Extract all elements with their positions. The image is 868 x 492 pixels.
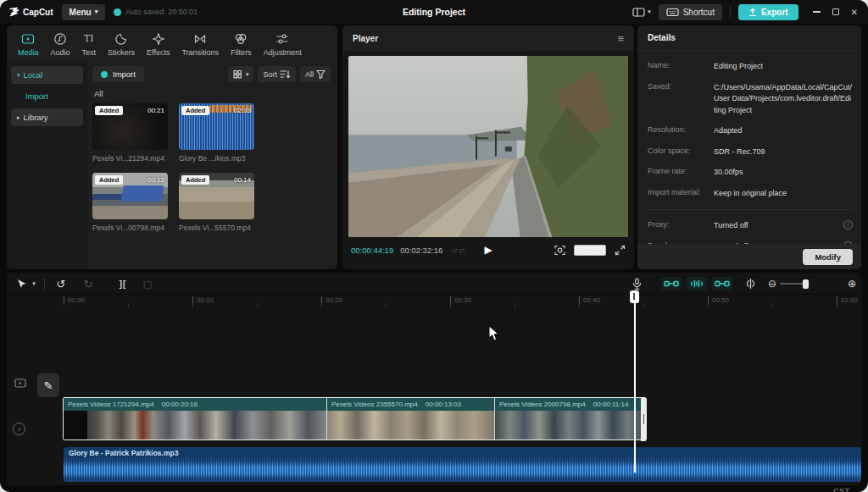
undo-icon: ↺ [57,278,66,290]
tab-stickers[interactable]: Stickers [102,30,141,58]
video-clip-2[interactable]: Pexels Videos 2355570.mp4 00:00:13:03 [326,398,494,439]
grid-view-icon [233,69,243,79]
menu-button[interactable]: Menu ▾ [62,4,106,20]
media-item-video-2[interactable]: Added 00:12 Pexels Vi...00798.mp4 [92,173,168,232]
sidebar-item-import[interactable]: Import [11,87,83,105]
tab-media[interactable]: Media [12,30,45,58]
sidebar-item-label: Import [25,91,48,101]
autosave-dot-icon [114,8,121,16]
magnetic-snap-toggle[interactable] [661,277,682,290]
timeline-toolbar: ▾ ↺ ↻ ][ ▢ ⊖ ⊕ [7,273,861,295]
audio-track-toggle[interactable]: ♪ [13,423,25,435]
detail-row-proxy: Proxy: Turned off i [648,220,853,232]
player-panel: Player ≡ [342,25,634,269]
detail-value: Editing Project [714,61,853,73]
media-item-video-3[interactable]: Added 00:14 Pexels Vi...55570.mp4 [179,173,254,232]
undo-button[interactable]: ↺ [53,273,70,295]
edit-track-button[interactable]: ✎ [37,373,59,397]
sort-button[interactable]: Sort [258,66,296,82]
preview-focus-button[interactable] [554,245,565,256]
tab-transitions[interactable]: Transitions [175,30,225,58]
media-item-name: Glory Be ...ikios.mp3 [179,154,254,163]
tab-audio[interactable]: Audio [45,30,76,58]
zoom-fit-button[interactable]: ⊕ [844,273,860,295]
media-item-audio[interactable]: Added 02:33 Glory Be ...ikios.mp3 [179,103,254,163]
fullscreen-button[interactable] [615,245,626,256]
video-preview[interactable] [348,56,628,237]
clip-name: Pexels Videos 1721294.mp4 [68,401,154,408]
video-clip-3[interactable]: Pexels Videos 2000798.mp4 00:00:11:14 [494,398,643,439]
autosave-status: Auto saved: 20:50:01 [114,8,198,16]
ruler-tick: 00:10 [192,296,214,305]
music-note-icon: ♪ [13,423,25,435]
zoom-slider-handle[interactable] [803,279,809,289]
ruler-tick: 00:00 [64,296,85,305]
original-ratio-button[interactable]: Original [574,245,606,256]
play-button[interactable]: ▶ [484,244,492,256]
video-track-toggle[interactable] [14,377,27,389]
clip-header: Pexels Videos 2000798.mp4 00:00:11:14 [495,398,643,411]
select-tool-button[interactable] [14,273,29,295]
clip-filmstrip [64,411,326,439]
info-icon[interactable]: i [843,220,853,229]
view-mode-button[interactable]: ▾ [228,66,254,82]
export-button[interactable]: Export [738,4,798,20]
waveform-envelope [64,458,861,482]
current-timecode[interactable]: 00:00:44:19 [351,246,393,255]
audio-track-clip[interactable]: Glory Be - Patrick Patrikios.mp3 [64,447,861,482]
tab-label: Adjustment [264,48,302,57]
link-clips-icon [715,279,730,288]
media-item-video-1[interactable]: Added 00:21 Pexels Vi...21294.mp4 [92,103,168,163]
auto-ripple-toggle[interactable] [712,277,732,290]
fullscreen-icon [615,245,626,256]
focus-icon [554,245,565,256]
sidebar-item-local[interactable]: ▾ Local [11,66,83,84]
zoom-out-button[interactable]: ⊖ [765,273,780,295]
tab-label: Media [18,48,39,57]
menu-label: Menu [70,8,92,17]
ruler-tick: 00:30 [450,296,471,305]
close-icon[interactable]: ✕ [851,8,858,17]
video-track-clip-group[interactable]: Pexels Videos 1721294.mp4 00:00:20:16 Pe… [64,398,643,439]
audio-clip-header: Glory Be - Patrick Patrikios.mp3 [64,447,861,458]
microphone-icon [632,278,643,290]
tab-filters[interactable]: Filters [225,30,258,58]
redo-button[interactable]: ↻ [80,273,97,295]
detail-value: Adapted [714,125,853,137]
select-tool-dropdown[interactable]: ▾ [29,273,39,295]
import-button[interactable]: Import [92,66,144,82]
delete-button[interactable]: ▢ [139,273,156,295]
layout-toggle-button[interactable]: ▾ [632,7,651,18]
tab-effects[interactable]: Effects [141,30,175,58]
maximize-icon[interactable] [832,8,839,15]
video-clip-1[interactable]: Pexels Videos 1721294.mp4 00:00:20:16 [64,398,326,439]
detail-label: Saved: [648,82,714,91]
divider [730,6,731,18]
clip-duration: 00:00:13:03 [426,401,461,408]
tab-text[interactable]: TI Text [76,30,103,58]
media-icon [21,32,35,46]
playhead-handle[interactable] [630,290,639,303]
adjustment-icon [275,32,289,46]
filter-button[interactable]: All [300,66,331,82]
timeline-ruler[interactable]: 00:00 00:10 00:20 00:30 00:40 00:50 01:0… [7,295,861,307]
clip-trim-handle[interactable] [641,397,647,441]
shortcut-button[interactable]: Shortcut [659,4,722,20]
duration-label: 00:14 [234,176,251,184]
tab-adjustment[interactable]: Adjustment [258,30,308,58]
cursor-select-icon [16,279,26,290]
duration-label: 02:33 [234,107,251,114]
player-menu-icon[interactable]: ≡ [617,32,624,45]
media-item-name: Pexels Vi...00798.mp4 [92,224,168,232]
modify-button[interactable]: Modify [803,249,853,265]
split-button[interactable]: ][ [114,273,132,295]
clip-name: Pexels Videos 2000798.mp4 [499,401,586,408]
minimize-icon[interactable] [813,11,821,13]
sidebar-item-library[interactable]: ▸ Library [11,108,83,126]
split-view-button[interactable] [741,273,760,295]
preview-axis-toggle[interactable] [687,277,707,290]
timeline-zoom-slider[interactable] [780,283,807,285]
total-timecode: 00:02:32:16 [400,246,442,255]
topbar-right: ▾ Shortcut Export ✕ [563,4,868,20]
disabled-preview-icons: ▱▱ [451,246,466,254]
